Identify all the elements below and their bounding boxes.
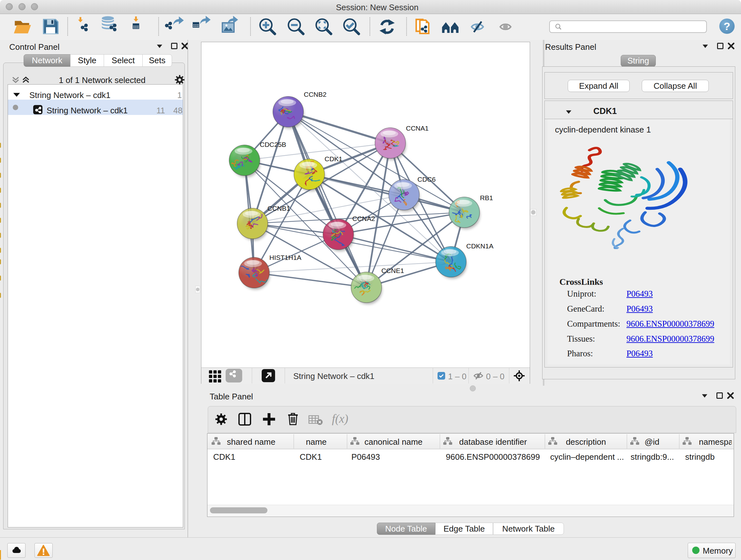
svg-text:CCNA1: CCNA1 — [406, 125, 428, 132]
svg-text:CCNB1: CCNB1 — [267, 205, 290, 212]
svg-text:CCNA2: CCNA2 — [352, 215, 375, 222]
svg-text:CDK1: CDK1 — [325, 155, 342, 163]
svg-text:CDKN1A: CDKN1A — [466, 242, 493, 250]
svg-text:HIST1H1A: HIST1H1A — [269, 254, 301, 261]
svg-text:CDC6: CDC6 — [417, 176, 435, 183]
svg-text:RB1: RB1 — [480, 194, 493, 201]
svg-text:CCNE1: CCNE1 — [381, 267, 404, 274]
svg-text:CCNB2: CCNB2 — [304, 91, 327, 98]
svg-text:CDC25B: CDC25B — [260, 141, 286, 148]
